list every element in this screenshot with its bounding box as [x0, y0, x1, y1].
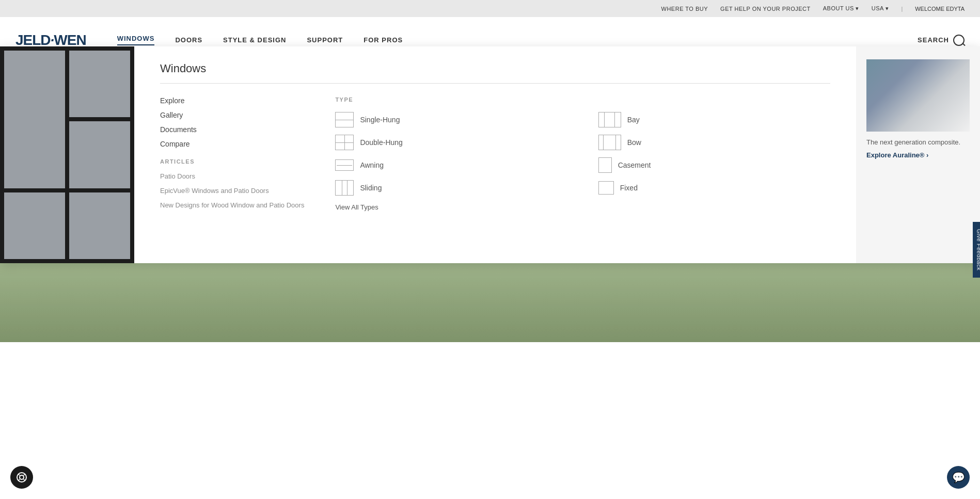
windows-dropdown: Windows Explore Gallery Documents Compar…: [0, 46, 980, 263]
articles-label: ARTICLES: [160, 158, 304, 165]
explore-auraline-link[interactable]: Explore Auraline® ›: [866, 151, 928, 159]
awning-label: Awning: [360, 161, 384, 169]
casement-icon: [598, 157, 612, 173]
single-hung-icon: [335, 112, 354, 127]
link-documents[interactable]: Documents: [160, 125, 304, 134]
dropdown-main-content: Windows Explore Gallery Documents Compar…: [134, 46, 856, 263]
top-bar: WHERE TO BUY GET HELP ON YOUR PROJECT AB…: [0, 0, 980, 17]
window-pane-3: [69, 121, 130, 188]
dropdown-title: Windows: [160, 62, 830, 75]
house-illustration: [866, 59, 970, 132]
bay-label: Bay: [627, 116, 640, 124]
logo[interactable]: JELD·WEN: [15, 32, 86, 49]
about-us-link[interactable]: ABOUT US ▾: [823, 5, 859, 12]
type-section: TYPE Single-Hung Bay Double-: [335, 96, 830, 216]
window-pane-2: [69, 51, 130, 117]
dropdown-columns: Explore Gallery Documents Compare ARTICL…: [160, 96, 830, 216]
give-feedback-tab[interactable]: Give Feedback: [973, 221, 980, 277]
nav-windows[interactable]: WINDOWS: [117, 35, 155, 45]
type-single-hung[interactable]: Single-Hung: [335, 112, 567, 127]
type-casement[interactable]: Casement: [598, 157, 830, 173]
type-double-hung[interactable]: Double-Hung: [335, 135, 567, 150]
usa-link[interactable]: USA ▾: [872, 5, 889, 12]
window-type-grid: Single-Hung Bay Double-Hung: [335, 112, 830, 196]
search-label: SEARCH: [918, 36, 949, 44]
type-fixed[interactable]: Fixed: [598, 180, 830, 196]
welcome-text: WELCOME EDYTA: [915, 6, 965, 12]
window-pane-4: [4, 192, 65, 259]
view-all-types-link[interactable]: View All Types: [335, 203, 830, 211]
nav-style-design[interactable]: STYLE & DESIGN: [223, 36, 286, 44]
casement-label: Casement: [618, 161, 651, 169]
window-illustration: [0, 46, 134, 263]
dropdown-nav-links: Explore Gallery Documents Compare ARTICL…: [160, 96, 304, 216]
search-button[interactable]: SEARCH: [918, 35, 965, 46]
nav-support[interactable]: SUPPORT: [307, 36, 343, 44]
sliding-icon: [335, 180, 354, 196]
fixed-label: Fixed: [620, 184, 638, 192]
article-3[interactable]: New Designs for Wood Window and Patio Do…: [160, 201, 304, 210]
article-2[interactable]: EpicVue® Windows and Patio Doors: [160, 186, 304, 196]
nav-doors[interactable]: DOORS: [175, 36, 202, 44]
search-icon: [953, 35, 965, 46]
sidebar-description: The next generation composite.: [866, 138, 970, 147]
type-bow[interactable]: Bow: [598, 135, 830, 150]
double-hung-icon: [335, 135, 354, 150]
window-image-panel: [0, 46, 134, 263]
link-gallery[interactable]: Gallery: [160, 111, 304, 119]
type-bay[interactable]: Bay: [598, 112, 830, 127]
double-hung-label: Double-Hung: [360, 138, 403, 147]
bow-label: Bow: [627, 138, 641, 147]
window-pane-1: [4, 51, 65, 188]
bay-icon: [598, 112, 621, 127]
single-hung-label: Single-Hung: [360, 116, 400, 124]
house-image: [866, 59, 970, 132]
dropdown-sidebar: The next generation composite. Explore A…: [856, 46, 980, 263]
sliding-label: Sliding: [360, 184, 382, 192]
dropdown-divider: [160, 83, 830, 84]
link-explore[interactable]: Explore: [160, 96, 304, 105]
get-help-link[interactable]: GET HELP ON YOUR PROJECT: [720, 6, 811, 12]
type-awning[interactable]: Awning: [335, 157, 567, 173]
divider: |: [901, 6, 903, 12]
type-label: TYPE: [335, 96, 830, 103]
window-pane-5: [69, 192, 130, 259]
awning-icon: [335, 159, 354, 171]
link-compare[interactable]: Compare: [160, 140, 304, 148]
nav-for-pros[interactable]: FOR PROS: [363, 36, 403, 44]
type-sliding[interactable]: Sliding: [335, 180, 567, 196]
where-to-buy-link[interactable]: WHERE TO BUY: [661, 6, 708, 12]
fixed-icon: [598, 181, 614, 195]
bow-icon: [598, 135, 621, 150]
main-nav: WINDOWS DOORS STYLE & DESIGN SUPPORT FOR…: [117, 35, 918, 45]
article-1[interactable]: Patio Doors: [160, 172, 304, 181]
